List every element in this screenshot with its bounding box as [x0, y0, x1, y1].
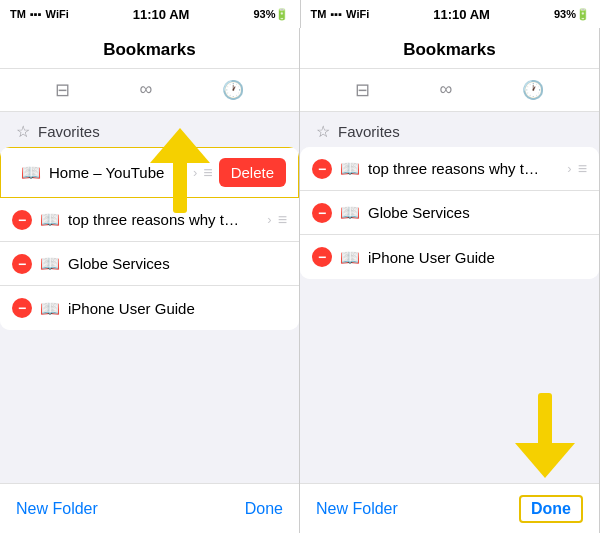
right-favorites-label: Favorites	[338, 123, 400, 140]
remove-btn-top-three-r[interactable]: −	[312, 159, 332, 179]
left-done-button[interactable]: Done	[245, 500, 283, 518]
time-right: 11:10 AM	[433, 7, 490, 22]
bookmark-item-top-three[interactable]: − 📖 top three reasons why t… › ≡	[0, 198, 299, 242]
bookmark-icon-iphone: 📖	[40, 299, 60, 318]
remove-btn-globe-r[interactable]: −	[312, 203, 332, 223]
chevron-top-three: ›	[267, 212, 271, 227]
status-bar-right: TM ▪▪▪ WiFi 11:10 AM 93%🔋	[301, 0, 601, 28]
bookmark-item-globe[interactable]: − 📖 Globe Services	[0, 242, 299, 286]
reorder-icon-home[interactable]: ≡	[203, 164, 212, 182]
bookmark-icon-globe: 📖	[40, 254, 60, 273]
wifi-icon-r: WiFi	[346, 8, 369, 20]
bookmarks-tab-icon-right[interactable]: ⊟	[339, 75, 386, 105]
bookmark-icon-top-three: 📖	[40, 210, 60, 229]
clock-tab-icon-left[interactable]: 🕐	[206, 75, 260, 105]
right-bookmark-list: − 📖 top three reasons why t… › ≡ − 📖 Glo…	[300, 147, 599, 279]
bookmark-item-top-three-r[interactable]: − 📖 top three reasons why t… › ≡	[300, 147, 599, 191]
remove-btn-iphone-r[interactable]: −	[312, 247, 332, 267]
chevron-top-three-r: ›	[567, 161, 571, 176]
wifi-icon: WiFi	[46, 8, 69, 20]
remove-btn-top-three[interactable]: −	[12, 210, 32, 230]
bookmark-item-iphone[interactable]: − 📖 iPhone User Guide	[0, 286, 299, 330]
time-left: 11:10 AM	[133, 7, 190, 22]
bookmarks-tab-icon-left[interactable]: ⊟	[39, 75, 86, 105]
carrier-left: TM	[10, 8, 26, 20]
bookmark-icon-home: 📖	[21, 163, 41, 182]
star-icon-left: ☆	[16, 122, 30, 141]
bookmark-item-home-youtube[interactable]: 📖 Home – YouTube › ≡ Delete	[0, 147, 299, 198]
bookmark-icon-globe-r: 📖	[340, 203, 360, 222]
history-tab-icon-right[interactable]: ∞	[424, 75, 469, 105]
battery-left: 93%🔋	[253, 8, 289, 21]
reorder-icon-top-three-r[interactable]: ≡	[578, 160, 587, 178]
top-three-label: top three reasons why t…	[68, 211, 263, 228]
remove-btn-globe[interactable]: −	[12, 254, 32, 274]
left-panel: Bookmarks ⊟ ∞ 🕐 ☆ Favorites 📖 Home – You…	[0, 28, 300, 533]
top-three-label-r: top three reasons why t…	[368, 160, 563, 177]
right-panel-title: Bookmarks	[300, 28, 599, 69]
right-done-button[interactable]: Done	[519, 495, 583, 523]
delete-button-home[interactable]: Delete	[219, 158, 286, 187]
status-bar-left: TM ▪▪▪ WiFi 11:10 AM 93%🔋	[0, 0, 300, 28]
left-tab-bar: ⊟ ∞ 🕐	[0, 69, 299, 112]
left-panel-title: Bookmarks	[0, 28, 299, 69]
signal-icon-r: ▪▪▪	[330, 8, 342, 20]
globe-label: Globe Services	[68, 255, 287, 272]
right-panel: Bookmarks ⊟ ∞ 🕐 ☆ Favorites − 📖 top thre…	[300, 28, 600, 533]
bookmark-icon-iphone-r: 📖	[340, 248, 360, 267]
right-bottom-bar: New Folder Done	[300, 483, 599, 533]
reorder-icon-top-three[interactable]: ≡	[278, 211, 287, 229]
carrier-right: TM	[311, 8, 327, 20]
history-tab-icon-left[interactable]: ∞	[124, 75, 169, 105]
right-new-folder-button[interactable]: New Folder	[316, 500, 398, 518]
left-favorites-header: ☆ Favorites	[0, 112, 299, 147]
left-favorites-label: Favorites	[38, 123, 100, 140]
clock-tab-icon-right[interactable]: 🕐	[506, 75, 560, 105]
battery-right: 93%🔋	[554, 8, 590, 21]
chevron-home: ›	[193, 165, 197, 180]
bookmark-item-globe-r[interactable]: − 📖 Globe Services	[300, 191, 599, 235]
bookmark-item-iphone-r[interactable]: − 📖 iPhone User Guide	[300, 235, 599, 279]
globe-label-r: Globe Services	[368, 204, 587, 221]
star-icon-right: ☆	[316, 122, 330, 141]
iphone-label-r: iPhone User Guide	[368, 249, 587, 266]
left-bottom-bar: New Folder Done	[0, 483, 299, 533]
home-youtube-label: Home – YouTube	[49, 164, 189, 181]
left-new-folder-button[interactable]: New Folder	[16, 500, 98, 518]
remove-btn-iphone[interactable]: −	[12, 298, 32, 318]
signal-icon: ▪▪▪	[30, 8, 42, 20]
iphone-label: iPhone User Guide	[68, 300, 287, 317]
left-bookmark-list: 📖 Home – YouTube › ≡ Delete − 📖 top thre…	[0, 147, 299, 330]
right-tab-bar: ⊟ ∞ 🕐	[300, 69, 599, 112]
bookmark-icon-top-three-r: 📖	[340, 159, 360, 178]
right-favorites-header: ☆ Favorites	[300, 112, 599, 147]
